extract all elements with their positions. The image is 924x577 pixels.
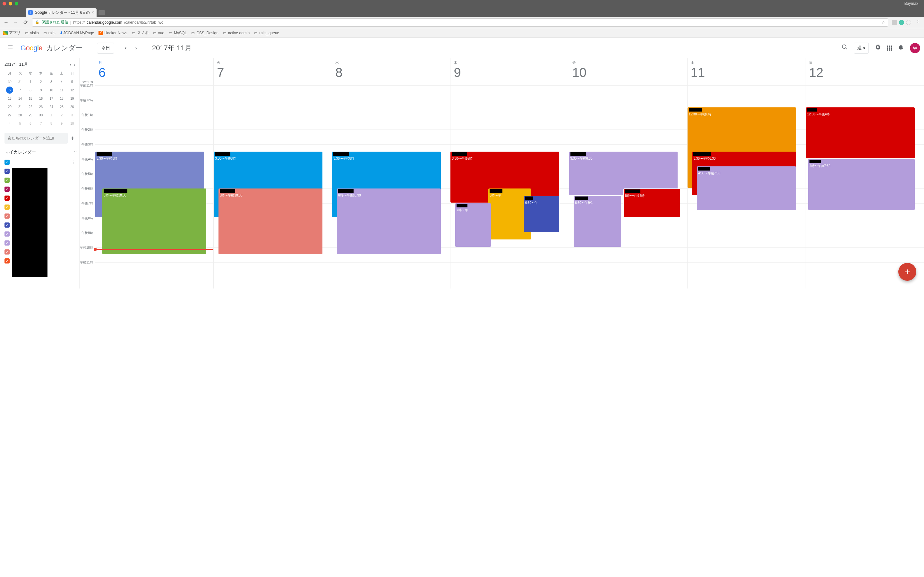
day-column[interactable]: 3:30〜午後7時6時〜午7時〜午6:30〜午 [450,85,569,288]
menu-icon[interactable]: ☰ [3,44,18,52]
google-apps-icon[interactable] [887,45,892,51]
calendar-checkbox[interactable]: ✓ [5,222,10,227]
bookmark-item[interactable]: 🗀スノボ [132,30,149,35]
star-icon[interactable]: ☆ [882,20,885,25]
bookmark-item[interactable]: 🗀rails [43,31,55,35]
mini-day[interactable]: 29 [25,111,36,119]
add-friend-plus-icon[interactable]: + [68,135,78,142]
forward-icon[interactable]: → [13,19,19,25]
day-column[interactable]: 3:30〜午後6:306:30〜午後16時〜午後8時 [569,85,687,288]
day-column[interactable]: 12:30〜午後4時4時〜午後7:30 [806,85,924,288]
extension-icon[interactable] [899,20,904,25]
calendar-event[interactable]: 6:30〜午後1 [573,196,621,247]
calendar-checkbox[interactable]: ✓ [5,205,10,210]
mini-day[interactable]: 9 [36,86,46,94]
prev-period-icon[interactable]: ‹ [121,43,130,53]
bookmark-item[interactable]: 🗀CSS_Design [191,31,218,35]
calendar-checkbox[interactable]: ✓ [5,258,10,263]
day-header[interactable]: 金10 [569,58,687,85]
mini-day[interactable]: 5 [67,77,78,86]
calendar-checkbox[interactable]: ✓ [5,195,10,201]
bookmark-item[interactable]: JJOBCAN MyPage [60,31,94,35]
mini-day[interactable]: 1 [25,77,36,86]
new-tab-button[interactable] [99,10,105,15]
chevron-up-icon[interactable]: ⌄ [72,150,78,155]
mini-day[interactable]: 12 [67,86,78,94]
extension-icon[interactable] [906,20,911,25]
gear-icon[interactable] [875,44,881,52]
calendar-event[interactable]: 4:30〜午後7:30 [697,166,796,210]
mini-day[interactable]: 3 [67,111,78,119]
calendar-checkbox[interactable]: ✓ [5,169,10,174]
day-column[interactable]: 12:30〜午後6時3:30〜午後6:304:30〜午後7:30 [687,85,806,288]
today-button[interactable]: 今日 [97,43,114,53]
day-header[interactable]: 火7 [213,58,332,85]
minimize-window-icon[interactable] [9,2,12,5]
mini-day[interactable]: 20 [5,103,15,111]
mini-day[interactable]: 31 [15,77,25,86]
day-header[interactable]: 水8 [332,58,450,85]
mini-day[interactable]: 27 [5,111,15,119]
bookmark-item[interactable]: YHacker News [99,31,127,35]
mini-day[interactable]: 1 [46,111,57,119]
calendar-event[interactable]: 6時〜午後10:30 [337,189,441,254]
mini-day[interactable]: 30 [36,111,46,119]
mini-day[interactable]: 22 [25,103,36,111]
mini-day[interactable]: 4 [5,119,15,127]
calendar-event[interactable]: 12:30〜午後4時 [806,107,915,158]
calendar-options-icon[interactable]: ⋮ [71,160,78,165]
bookmark-item[interactable]: 🗀MySQL [169,31,187,35]
mini-day[interactable]: 8 [46,119,57,127]
mini-day[interactable]: 3 [46,77,57,86]
calendar-checkbox[interactable]: ✓ [5,187,10,192]
day-column[interactable]: 3:30〜午後8時6時〜午後10:30 [95,85,213,288]
mini-day[interactable]: 6 [25,119,36,127]
mini-next-icon[interactable]: › [74,62,75,67]
mini-day[interactable]: 14 [15,94,25,103]
mini-day[interactable]: 26 [67,103,78,111]
back-icon[interactable]: ← [3,19,9,25]
mini-day[interactable]: 30 [5,77,15,86]
day-header[interactable]: 土11 [687,58,806,85]
mini-day[interactable]: 7 [36,119,46,127]
mini-calendar[interactable]: 月火水木金土日303112345678910111213141516171819… [5,69,78,127]
tab-close-icon[interactable]: × [92,10,94,15]
mini-day[interactable]: 2 [36,77,46,86]
calendar-checkbox[interactable]: ✓ [5,177,10,183]
calendar-event[interactable]: 4時〜午後7:30 [808,159,914,210]
day-header[interactable]: 月6 [95,58,213,85]
mini-day[interactable]: 10 [46,86,57,94]
zoom-window-icon[interactable] [15,2,18,5]
add-friend-input[interactable] [5,133,68,143]
mini-day[interactable]: 7 [15,86,25,94]
address-bar[interactable]: 🔒 保護された通信 | https://calendar.google.com/… [32,18,888,27]
calendar-list-item[interactable]: ✓⋮ [5,158,78,167]
mini-day[interactable]: 10 [67,119,78,127]
calendar-checkbox[interactable]: ✓ [5,160,10,165]
extension-icon[interactable] [892,20,897,25]
reload-icon[interactable]: ⟳ [23,19,28,25]
bookmark-item[interactable]: 🗀active admin [223,31,250,35]
bookmark-item[interactable]: 🗀rails_queue [254,31,279,35]
mini-day[interactable]: 23 [36,103,46,111]
mini-day[interactable]: 25 [57,103,67,111]
chrome-menu-icon[interactable]: ⋮ [915,19,921,25]
browser-tab[interactable]: 6 Google カレンダー - 11月 6日の × [26,8,97,17]
notifications-icon[interactable] [898,44,904,52]
mini-day[interactable]: 9 [57,119,67,127]
mini-day[interactable]: 8 [25,86,36,94]
mini-day[interactable]: 13 [5,94,15,103]
mini-prev-icon[interactable]: ‹ [70,62,71,67]
bookmark-item[interactable]: 🗀vue [153,31,164,35]
mini-day[interactable]: 19 [67,94,78,103]
mini-day[interactable]: 11 [57,86,67,94]
mini-day[interactable]: 17 [46,94,57,103]
mini-day[interactable]: 16 [36,94,46,103]
create-event-fab[interactable]: + [898,263,916,281]
next-period-icon[interactable]: › [132,43,141,53]
calendar-checkbox[interactable]: ✓ [5,250,10,255]
mini-day[interactable]: 24 [46,103,57,111]
calendar-event[interactable]: 6時〜午後10:30 [218,189,322,254]
calendar-event[interactable]: 6:30〜午 [524,196,559,232]
calendar-checkbox[interactable]: ✓ [5,240,10,245]
